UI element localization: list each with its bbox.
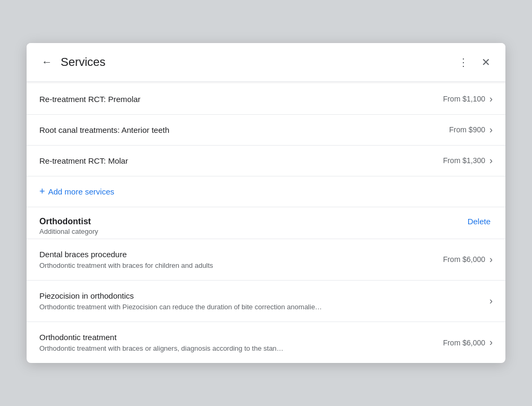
service-desc: Orthodontic treatment with braces or ali… — [39, 344, 443, 353]
section-subtitle: Additional category — [39, 227, 98, 235]
service-info: Root canal treatments: Anterior teeth — [39, 124, 449, 136]
service-desc: Orthodontic treatment with braces for ch… — [39, 261, 443, 270]
service-price: From $6,000 — [443, 255, 485, 264]
modal-body[interactable]: Re-treatment RCT: Premolar From $1,100 ›… — [27, 82, 505, 363]
service-desc: Orthodontic treatment with Piezocision c… — [39, 302, 485, 312]
service-row[interactable]: Piezocision in orthodontics Orthodontic … — [27, 281, 505, 322]
service-info: Dental braces procedure Orthodontic trea… — [39, 249, 443, 270]
service-info: Piezocision in orthodontics Orthodontic … — [39, 290, 485, 312]
service-row[interactable]: Re-treatment RCT: Premolar From $1,100 › — [27, 84, 505, 115]
service-price: From $900 — [449, 125, 485, 134]
service-name: Root canal treatments: Anterior teeth — [39, 124, 449, 136]
chevron-icon: › — [489, 295, 493, 307]
section-header-text: Orthodontist Additional category — [39, 217, 98, 235]
add-more-row: + Add more services — [27, 176, 505, 207]
service-row[interactable]: Dental braces procedure Orthodontic trea… — [27, 239, 505, 281]
chevron-icon: › — [489, 124, 493, 136]
delete-category-button[interactable]: Delete — [466, 217, 493, 226]
service-info: Re-treatment RCT: Molar — [39, 155, 443, 166]
section-header-orthodontist: Orthodontist Additional category Delete — [27, 207, 505, 239]
services-modal: ← Services ⋮ ✕ Re-treatment RCT: Premola… — [27, 43, 505, 363]
modal-title: Services — [61, 55, 454, 69]
service-name: Re-treatment RCT: Molar — [39, 155, 443, 166]
close-icon: ✕ — [481, 56, 491, 69]
service-row[interactable]: Root canal treatments: Anterior teeth Fr… — [27, 115, 505, 146]
service-info: Re-treatment RCT: Premolar — [39, 94, 443, 105]
service-name: Re-treatment RCT: Premolar — [39, 94, 443, 105]
service-name: Orthodontic treatment — [39, 332, 443, 343]
back-icon: ← — [41, 56, 52, 68]
add-more-services-button[interactable]: + Add more services — [39, 186, 114, 197]
service-row[interactable]: Orthodontic treatment Orthodontic treatm… — [27, 322, 505, 363]
close-button[interactable]: ✕ — [477, 52, 495, 73]
service-name: Piezocision in orthodontics — [39, 290, 485, 301]
chevron-icon: › — [489, 155, 493, 166]
service-price: From $1,300 — [443, 156, 485, 165]
chevron-icon: › — [489, 94, 493, 105]
service-price: From $1,100 — [443, 95, 485, 103]
more-options-icon: ⋮ — [458, 56, 469, 69]
chevron-icon: › — [489, 254, 493, 265]
service-row[interactable]: Re-treatment RCT: Molar From $1,300 › — [27, 146, 505, 176]
chevron-icon: › — [489, 337, 493, 348]
backdrop: ← Services ⋮ ✕ Re-treatment RCT: Premola… — [0, 0, 532, 406]
service-price: From $6,000 — [443, 339, 485, 347]
add-more-label: Add more services — [48, 187, 114, 196]
modal-header: ← Services ⋮ ✕ — [27, 43, 505, 82]
plus-icon: + — [39, 186, 45, 197]
service-info: Orthodontic treatment Orthodontic treatm… — [39, 332, 443, 353]
back-button[interactable]: ← — [37, 52, 56, 72]
section-title: Orthodontist — [39, 217, 98, 226]
service-name: Dental braces procedure — [39, 249, 443, 260]
header-actions: ⋮ ✕ — [454, 52, 495, 73]
more-options-button[interactable]: ⋮ — [454, 52, 473, 73]
